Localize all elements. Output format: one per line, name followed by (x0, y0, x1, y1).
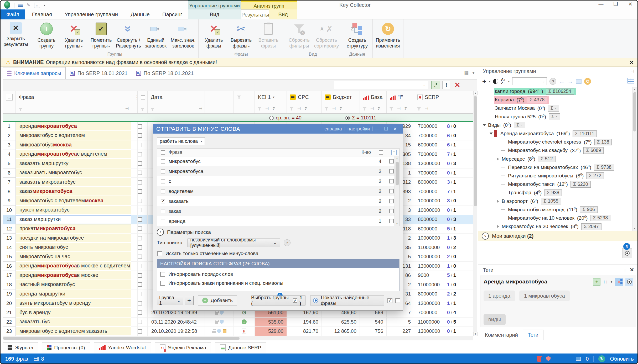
cell-chk[interactable] (138, 159, 148, 168)
refresh-icon[interactable]: ↻ (584, 78, 591, 85)
tab-data[interactable]: Данные (125, 9, 155, 19)
ribbon-button-close-results[interactable]: Закрыть результаты (2, 21, 29, 51)
scroll-up-icon[interactable]: ▲ (632, 87, 637, 92)
only-marked-checkbox-row[interactable]: Искать только отмеченные минус-слова (157, 251, 258, 256)
row-checkbox[interactable] (138, 301, 142, 305)
tree-item[interactable]: Новая группа 525(00)Σ- (478, 113, 632, 121)
footer-checkbox-checked[interactable] (387, 298, 392, 303)
collapse-circle-icon[interactable]: ∧ (157, 229, 164, 236)
bottom-tab-yandex-ad[interactable]: ЯЯндекс Реклама (155, 342, 211, 353)
tag-chip[interactable]: 1 микроавтобуса (519, 291, 570, 301)
expander-open-icon[interactable] (483, 124, 486, 126)
scroll-thumb[interactable] (474, 96, 477, 206)
back-icon[interactable]: ← (559, 78, 565, 85)
word-checkbox[interactable] (161, 219, 165, 223)
tree-item[interactable]: Аренда микроавтобуса(1690)Σ110111 (478, 129, 632, 138)
column-header-phrase[interactable]: Фраза⊤ (16, 91, 131, 113)
pin-icon[interactable]: ⊤ (630, 70, 635, 73)
cell-chk[interactable] (138, 271, 148, 280)
word-checkbox[interactable] (161, 209, 165, 213)
row-checkbox[interactable] (138, 152, 142, 156)
cell-chk[interactable] (138, 187, 148, 197)
dialog-close-button[interactable]: ✕ (391, 126, 400, 132)
tree-item-body[interactable]: Корзина(70)Σ4378 (494, 96, 549, 104)
minus-word-row[interactable]: аренда1 (157, 216, 399, 226)
tree-item-body[interactable]: В аэропорт(60)Σ1055 (501, 197, 563, 205)
word-mark-checkbox[interactable] (389, 159, 394, 163)
group-search-input[interactable]: ⌄ (512, 77, 547, 85)
tree-item-body[interactable]: Запчасти Москва(00)Σ- (494, 104, 561, 112)
structure-icon[interactable] (615, 278, 623, 286)
cell-chk[interactable] (138, 299, 148, 308)
tree-item-body[interactable]: Микроавтобус на 20 человек(80)Σ2097 (501, 223, 604, 230)
maximize-button[interactable]: ❐ (612, 1, 620, 7)
column-header-kei[interactable]: KEI 1▾⊤Σ (255, 91, 287, 113)
cell-chk[interactable] (138, 131, 148, 141)
column-header-pos[interactable] (447, 91, 473, 113)
avg-radio-row[interactable]: ср. зн. = 40 (269, 115, 302, 121)
scroll-thumb[interactable] (633, 92, 636, 131)
tree-item[interactable]: Перевозки на микроавтобусах(460)Σ9738 (478, 163, 632, 172)
sigma-icon[interactable]: Σ (305, 107, 307, 111)
tree-item[interactable]: В аэропорт(60)Σ1055 (478, 197, 632, 205)
word-mark-checkbox[interactable] (389, 199, 394, 203)
select-groups-button[interactable]: Выбрать группы ( 1 ) (251, 296, 305, 305)
pin-icon[interactable]: ⊤ (331, 107, 336, 111)
footer-checkbox-unchecked[interactable] (395, 298, 400, 303)
tree-item-body[interactable]: Трансфер(40)Σ938 (507, 189, 564, 197)
queue-icon[interactable] (576, 357, 581, 361)
bottom-tab-wordstat[interactable]: Yandex.Wordstat (94, 342, 151, 353)
context-tab-view[interactable]: Вид (188, 9, 241, 19)
tree-item[interactable]: Виды(00)Σ- (478, 121, 632, 129)
tree-item[interactable]: Микроавтобус на 20 человек(80)Σ2097 (478, 222, 632, 231)
ribbon-button-apply-changes[interactable]: Применить изменения (374, 21, 402, 51)
tree-item[interactable]: Запчасти Москва(00)Σ- (478, 104, 632, 112)
cell-chk[interactable] (138, 150, 148, 159)
column-header-base[interactable]: База⊤Σ (360, 91, 387, 113)
refresh-button[interactable]: Обновить (610, 356, 634, 362)
help-icon[interactable]: ? (284, 239, 291, 246)
tree-item[interactable]: Микроавтобус chevrolet express(70)Σ138 (478, 138, 632, 146)
add-tag-icon[interactable]: + (593, 278, 600, 286)
bottom-tab-journal[interactable]: Журнал (3, 342, 38, 353)
horizontal-scrollbar[interactable] (3, 336, 473, 340)
ribbon-button-x-chk[interactable]: Удалить фразы (200, 21, 227, 51)
tree-item[interactable]: Ритуальные микроавтобусы(80)Σ272 (478, 172, 632, 180)
expander-closed-icon[interactable] (497, 157, 499, 161)
window-icon[interactable] (576, 79, 582, 84)
tag-chip[interactable]: виды (484, 314, 506, 325)
sum-radio[interactable] (345, 116, 350, 120)
filter-icon[interactable] (324, 107, 329, 110)
word-checkbox[interactable] (161, 179, 165, 183)
cell-chk[interactable] (138, 224, 148, 234)
column-header-dots[interactable]: ⋮ (131, 91, 138, 113)
tree-item[interactable]: Микроавтобус межгород(110)Σ906 (478, 205, 632, 214)
column-header-chk[interactable] (138, 91, 148, 113)
minus-word-row[interactable]: заказать2 (157, 196, 399, 206)
sum-radio-row[interactable]: Σ = 110111 (345, 115, 376, 121)
row-checkbox[interactable] (138, 292, 142, 296)
list-icon[interactable] (18, 3, 23, 7)
tree-item-body[interactable]: Микроавтобус chevrolet express(70)Σ138 (507, 138, 614, 146)
show-found-phrases-button[interactable]: Показать найденные фразы (310, 296, 384, 305)
row-checkbox[interactable] (138, 124, 142, 129)
eye-icon[interactable] (625, 278, 633, 286)
cell-chk[interactable] (138, 234, 148, 243)
row-checkbox[interactable] (138, 189, 142, 194)
ribbon-button-mark-group[interactable]: Пометить группы▾ (87, 21, 115, 51)
pin-icon[interactable]: ⊤ (370, 107, 375, 111)
cell-chk[interactable] (138, 215, 148, 224)
row-checkbox[interactable] (138, 245, 142, 250)
tab-home[interactable]: Главная (26, 9, 58, 19)
layout-icon[interactable]: ▦ (464, 70, 469, 76)
chevron-down-icon[interactable]: ▾ (273, 95, 274, 99)
cell-chk[interactable] (138, 140, 148, 150)
tree-item-body[interactable]: Ритуальные микроавтобусы(80)Σ272 (507, 172, 606, 180)
split-words-button[interactable]: разбить на слова▾ (157, 137, 205, 145)
warning-close-icon[interactable]: ✕ (629, 59, 634, 66)
forward-icon[interactable]: → (567, 78, 573, 85)
word-checkbox[interactable] (161, 159, 165, 163)
tree-item[interactable]: капли города(99410)Σ8106254 (478, 87, 632, 96)
pin-icon[interactable]: ⊤ (125, 107, 130, 110)
word-column-header[interactable]: Фраза (169, 150, 358, 155)
